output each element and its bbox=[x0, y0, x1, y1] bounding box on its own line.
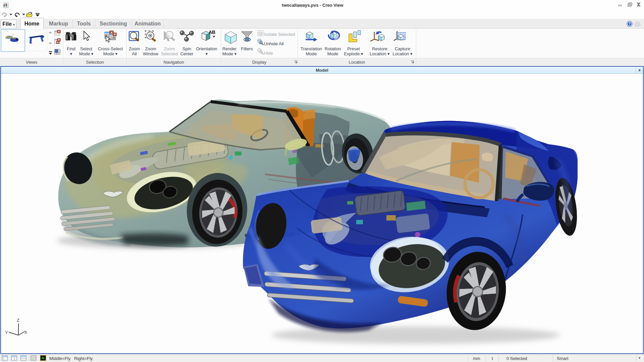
svg-text:Z: Z bbox=[17, 318, 19, 323]
svg-text:X: X bbox=[24, 330, 27, 335]
svg-text:Y: Y bbox=[5, 330, 8, 335]
svg-text:?: ? bbox=[629, 22, 631, 26]
svg-text:AB: AB bbox=[209, 29, 215, 35]
